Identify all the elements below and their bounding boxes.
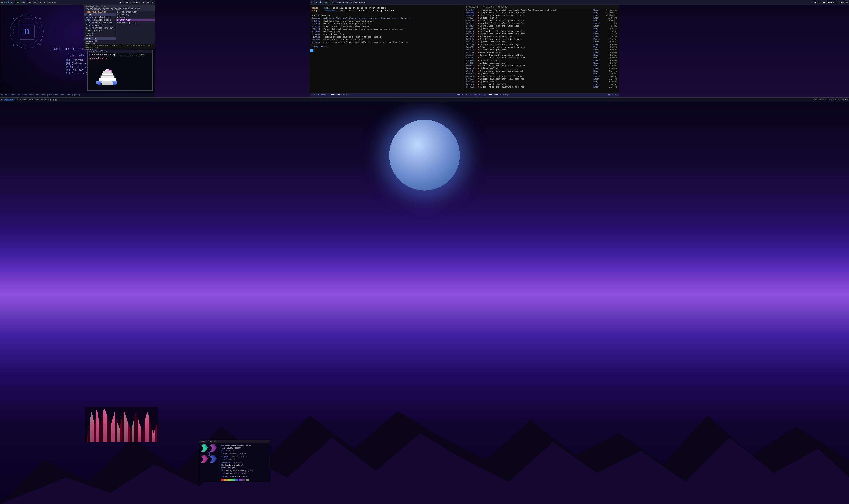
git-commit-row[interactable]: 2774c0c Extra lines to ensure flakes wor… (310, 38, 464, 41)
git-log-row[interactable]: a2658e0 ● Reverted to original uwunicorn… (464, 30, 619, 33)
fm-item[interactable]: lr-nick selenized-light (84, 21, 115, 24)
git-commit-row[interactable]: 8706c8d Fixes flake not building when fl… (310, 28, 464, 31)
fm-header: emmet@snowflire /home/emmet/.dotfiles/th… (84, 5, 155, 11)
git-commit-row[interactable]: bad2003 Updated system (310, 31, 464, 33)
qute-link-history[interactable]: [S-h] [History] (66, 66, 89, 68)
svg-marker-34 (208, 452, 211, 454)
fm-item[interactable]: fr-org spacedusk (84, 24, 115, 27)
git-log-row[interactable]: bad2003 ● Updated system Emmet 6 days (464, 28, 619, 30)
fm-item[interactable]: uwunicorn (84, 37, 115, 40)
audio-bar (125, 415, 126, 442)
git-commit-row[interactable]: 5af7032 Ranger dnd optimization + qb fil… (310, 22, 464, 25)
fm-item[interactable]: background256.txt (84, 11, 115, 14)
git-log-row[interactable]: 0c315ec ● Updated install notes Emmet 1 … (464, 41, 619, 43)
git-log-row[interactable]: c8bc033 ● Cleaned up magit config Emmet … (464, 49, 619, 51)
git-log-row[interactable]: 5af7032 ● Testing if auto-cpufreq is sys… (464, 22, 619, 25)
git-log-row[interactable]: a506f50 ● Trying some new power optimiza… (464, 70, 619, 72)
git-log-row[interactable]: df4eee9 ● 3d printing is cool Emmet 1 we… (464, 59, 619, 62)
git-log-row[interactable]: d5c1b50 ● Fixes recent qutebrowser updat… (464, 14, 619, 17)
git-log-row[interactable]: bc2b130 ● Fixes qemu user session uefi E… (464, 35, 619, 38)
git-commit-row[interactable]: 513f9d2 Testing if auto-cpufreq is syste… (310, 36, 464, 38)
fm-item[interactable]: twilight (84, 32, 115, 35)
fm-item[interactable]: themes (84, 14, 115, 16)
bsb-right: Sat 2023-11-04 02:13:20 PM (424, 98, 849, 101)
audio-bar (118, 422, 118, 442)
sb-youtube-left[interactable]: Youtube (4, 1, 13, 4)
pokemon-sprite (96, 67, 119, 89)
git-log-row[interactable]: b327108 ● Fixes youtube hyprprofile Emme… (464, 83, 619, 86)
qute-link-newtab[interactable]: [t] [New tab] (66, 69, 89, 71)
qute-link-quickmarks[interactable]: [b] [Quickmarks] (66, 62, 89, 65)
sb-pct1: 1% (40, 1, 42, 4)
fm-right-panel: background256.txt README.org LICENSE pol… (116, 11, 155, 49)
fm-item[interactable]: windows-95 (84, 40, 115, 43)
fm-item[interactable]: uwunicorn-yt.yaml (116, 21, 155, 24)
git-log-row[interactable]: dd7f361 ● Fixes org agenda following roa… (464, 86, 619, 88)
fm-item[interactable]: RE=.org system+ctrl-dark (84, 27, 115, 30)
audio-bar (116, 420, 117, 442)
audio-bar (92, 415, 93, 442)
git-commit-row[interactable]: a956d60 Removed some bloat (310, 33, 464, 36)
git-commit-row[interactable]: dee0888 main gitea/main gitlab/main gith… (310, 17, 464, 20)
fm-item[interactable]: ubuntu (84, 35, 115, 37)
git-log-row[interactable]: b00d278 ● Fixes for waybar and patched c… (464, 65, 619, 67)
git-log-row[interactable]: c1e7253 ● I finally got agenda + syncthi… (464, 57, 619, 59)
fm-item[interactable]: themes selenized-dark (84, 19, 115, 21)
git-log-row[interactable]: e011f28 ● Improved comment on agenda syn… (464, 54, 619, 57)
git-log-row[interactable]: 8c75e1c ● Fix for nix parser on install.… (464, 38, 619, 41)
git-log-row[interactable]: 3d47f18 ● Getting rid of some electron p… (464, 43, 619, 46)
sb-youtube-right[interactable]: Youtube (313, 1, 323, 4)
git-log-row[interactable]: b3c7d0a ● Updated system Emmet 3 weeks (464, 80, 619, 83)
fm-item[interactable]: README.org (116, 14, 155, 16)
audio-bar (133, 421, 134, 442)
git-log-row[interactable]: 5a0b919 ● Pinned embark and reorganized … (464, 46, 619, 49)
audio-bar (89, 427, 89, 442)
audio-bar (99, 422, 100, 442)
git-log-row[interactable]: 2774c0c ● Extra lines to ensure flakes w… (464, 25, 619, 28)
audio-bar (130, 428, 130, 442)
neo-body: OS: NixOS 23.11 (Tapir) x86_64 Host: ASU… (199, 443, 270, 482)
git-log-row[interactable]: 4096038 ● Ranger dnd optimization + qb f… (464, 12, 619, 14)
git-log-row[interactable]: 5a9f64a ● Updated system Emmet 2 weeks (464, 72, 619, 75)
fm-item[interactable]: tomorrow-night (84, 30, 115, 32)
svg-rect-11 (102, 73, 113, 75)
qute-link-closetab[interactable]: [x] [Close tab] (66, 72, 89, 75)
neo-close[interactable]: ✕ (267, 440, 268, 443)
bsb-youtube[interactable]: Youtube (4, 98, 14, 101)
qute-link-search[interactable]: [o] [Search] (66, 59, 89, 61)
sb-datetime-left: Sat 2023-11-04 02:13:20 PM (119, 1, 153, 4)
audio-bar (114, 413, 114, 442)
git-log-row[interactable]: 4d3d69c ● Updated system Emmet 18 hours (464, 17, 619, 19)
sb-rpct1: 1% (349, 1, 352, 4)
file-manager[interactable]: emmet@snowflire /home/emmet/.dotfiles/th… (84, 5, 155, 49)
git-log-row[interactable]: 8706c8d ● Fixes flake not building when … (464, 19, 619, 22)
git-commit-row[interactable]: 4d60fa9 Fixes recent qutebrowser update … (310, 25, 464, 28)
audio-bar (153, 433, 153, 442)
fm-item[interactable]: background256.txt (116, 11, 155, 14)
svg-rect-20 (98, 84, 101, 85)
sb-cpu3: 104% (26, 1, 32, 4)
svg-point-7 (39, 44, 41, 46)
audio-bar (107, 416, 107, 442)
git-commit-row[interactable]: ef0c50b Switching back to gh as screensh… (310, 20, 464, 22)
audio-bar (152, 430, 153, 442)
audio-bar (106, 414, 107, 442)
fm-item[interactable]: LICENSE (116, 16, 155, 19)
git-log-row[interactable]: 3fab5bc ● main gitea/main gitlab/main gi… (464, 9, 619, 12)
git-log-row[interactable]: 99a2f2c ● Added magit-todos Emmet 1 week (464, 51, 619, 54)
audio-bar (104, 410, 104, 442)
git-log-row[interactable]: e4fe55c ● Updated uwunicorn theme wallpa… (464, 78, 619, 80)
git-log-row[interactable]: b08040d ● Updated pyrland Emmet 2 weeks (464, 67, 619, 70)
audio-bar (90, 417, 91, 442)
fm-item[interactable]: polarity.txt (116, 19, 155, 21)
fm-item[interactable]: system selenized-dark (84, 16, 115, 19)
git-commit-row[interactable]: a2658e0 Reverted to original uwunicorn w… (310, 41, 464, 44)
git-log-row[interactable]: 0a994b8 ● Transitioned to flatpak obs fo… (464, 75, 619, 78)
audio-bar (108, 419, 108, 442)
audio-bar (155, 428, 156, 442)
git-log-row[interactable]: cefd230 ● Updated uwunicorn theme Emmet … (464, 62, 619, 65)
audio-bar (128, 424, 128, 442)
sb-cpu2: 99% (21, 1, 25, 4)
git-log-row[interactable]: a956d60 ● Extra detail on adding unstabl… (464, 33, 619, 35)
svg-marker-35 (208, 454, 211, 456)
